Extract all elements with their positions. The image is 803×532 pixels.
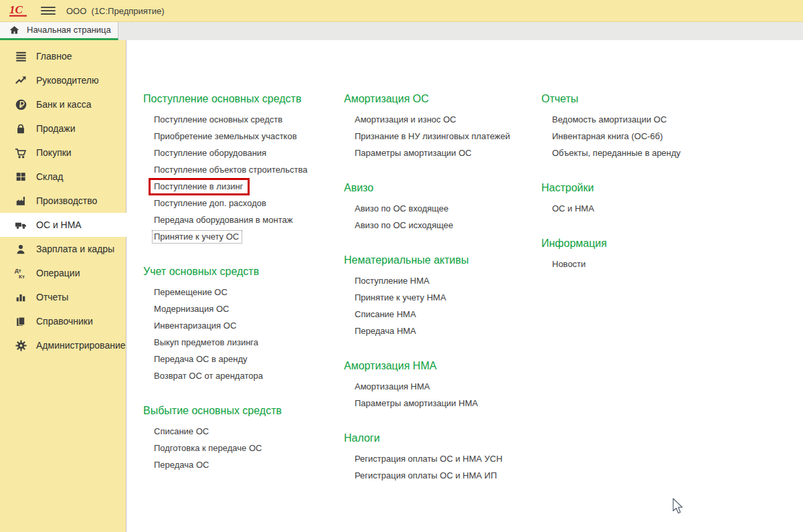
sidebar-item-label: Справочники: [36, 316, 93, 327]
menu-link[interactable]: Амортизация и износ ОС: [344, 111, 541, 128]
menu-link[interactable]: Инвентарная книга (ОС-6б): [541, 128, 742, 145]
section-title: Нематериальные активы: [344, 254, 541, 267]
barchart-icon: [13, 290, 28, 304]
menu-link[interactable]: Передача ОС в аренду: [143, 351, 344, 367]
menu-link-label: Поступление в лизинг: [149, 178, 250, 195]
menu-link[interactable]: Новости: [541, 256, 742, 272]
menu-link[interactable]: Передача ОС: [143, 456, 344, 473]
menu-link-label: Амортизация НМА: [355, 381, 430, 391]
home-icon: [9, 25, 20, 35]
section-title: Авизо: [344, 181, 541, 195]
truck-icon: [13, 218, 28, 232]
menu-link[interactable]: Параметры амортизации НМА: [344, 395, 541, 412]
sidebar-item-os-i-nma[interactable]: ОС и НМА: [0, 213, 126, 237]
section-title: Настройки: [541, 181, 742, 195]
person-icon: [13, 242, 28, 256]
menu-link-label: Возврат ОС от арендатора: [154, 371, 263, 381]
tab-home-page[interactable]: Начальная страница: [0, 21, 118, 40]
menu-link-label: Списание НМА: [355, 309, 416, 319]
tab-label: Начальная страница: [27, 25, 111, 35]
command-group: Нематериальные активыПоступление НМАПрин…: [344, 254, 541, 339]
sidebar-item-label: ОС и НМА: [36, 219, 82, 230]
menu-link[interactable]: Возврат ОС от арендатора: [143, 367, 344, 384]
section-title: Амортизация НМА: [344, 359, 541, 373]
menu-link-label: ОС и НМА: [552, 203, 594, 213]
section-title: Выбытие основных средств: [143, 404, 344, 418]
menu-link[interactable]: Поступление объектов строительства: [143, 161, 344, 178]
menu-link[interactable]: ОС и НМА: [541, 200, 742, 217]
sidebar-item-glavnoe[interactable]: Главное: [0, 44, 126, 68]
menu-link[interactable]: Перемещение ОС: [143, 284, 344, 300]
sidebar-item-rukovoditelyu[interactable]: Руководителю: [0, 68, 126, 92]
menu-link[interactable]: Передача НМА: [344, 323, 541, 339]
sidebar-item-bank-i-kassa[interactable]: Банк и касса: [0, 92, 126, 116]
sidebar-item-sklad[interactable]: Склад: [0, 165, 126, 189]
link-column-2: Амортизация ОСАмортизация и износ ОСПриз…: [344, 92, 541, 504]
menu-link-label: Объекты, переданные в аренду: [552, 148, 681, 158]
menu-link[interactable]: Поступление основных средств: [143, 111, 344, 128]
sidebar-item-operacii[interactable]: ДтКтОперации: [0, 261, 126, 285]
menu-link-label: Инвентарная книга (ОС-6б): [552, 131, 663, 141]
menu-link-label: Амортизация и износ ОС: [355, 114, 456, 124]
sidebar-item-label: Производство: [36, 195, 97, 206]
menu-link[interactable]: Списание ОС: [143, 423, 344, 440]
command-group: Поступление основных средствПоступление …: [143, 92, 344, 245]
menu-link[interactable]: Поступление оборудования: [143, 145, 344, 161]
menu-link[interactable]: Подготовка к передаче ОС: [143, 440, 344, 456]
tab-bar: Начальная страница: [0, 21, 803, 40]
menu-link-label: Поступление объектов строительства: [154, 165, 307, 175]
menu-link-highlighted[interactable]: Поступление в лизинг: [143, 178, 344, 195]
menu-link[interactable]: Объекты, переданные в аренду: [541, 145, 742, 161]
menu-link[interactable]: Регистрация оплаты ОС и НМА ИП: [344, 467, 541, 484]
sidebar-item-otchety[interactable]: Отчеты: [0, 285, 126, 309]
menu-link-label: Параметры амортизации НМА: [355, 398, 478, 408]
menu-link[interactable]: Передача оборудования в монтаж: [143, 211, 344, 228]
sidebar-item-label: Главное: [36, 51, 72, 62]
menu-link-label: Авизо по ОС исходящее: [355, 220, 453, 230]
menu-link[interactable]: Параметры амортизации ОС: [344, 145, 541, 161]
menu-link-label: Передача НМА: [355, 326, 416, 336]
command-group: АвизоАвизо по ОС входящееАвизо по ОС исх…: [344, 181, 541, 234]
sidebar-item-prodazhi[interactable]: Продажи: [0, 116, 126, 141]
menu-link-label: Поступление оборудования: [154, 148, 266, 158]
sidebar-item-pokupki[interactable]: Покупки: [0, 141, 126, 165]
menu-link[interactable]: Приобретение земельных участков: [143, 128, 344, 145]
menu-link[interactable]: Поступление доп. расходов: [143, 195, 344, 211]
menu-link[interactable]: Регистрация оплаты ОС и НМА УСН: [344, 450, 541, 467]
menu-link[interactable]: Списание НМА: [344, 306, 541, 323]
main-menu-button[interactable]: [41, 5, 56, 17]
sidebar-item-label: Продажи: [36, 123, 75, 134]
command-group: НалогиРегистрация оплаты ОС и НМА УСНРег…: [344, 432, 541, 484]
sidebar-item-label: Операции: [36, 268, 80, 278]
section-title: Налоги: [344, 432, 541, 445]
sidebar: ГлавноеРуководителюБанк и кассаПродажиПо…: [0, 40, 126, 532]
section-title: Учет основных средств: [143, 265, 344, 278]
menu-link-label: Передача ОС: [154, 460, 209, 470]
sidebar-item-label: Склад: [36, 171, 64, 182]
menu-link[interactable]: Инвентаризация ОС: [143, 317, 344, 334]
sidebar-item-label: Администрирование: [36, 340, 126, 351]
bag-icon: [13, 122, 28, 135]
menu-link[interactable]: Принятие к учету НМА: [344, 289, 541, 306]
trend-icon: [13, 74, 28, 87]
menu-link[interactable]: Авизо по ОС входящее: [344, 200, 541, 217]
sidebar-item-zarplata-i-kadry[interactable]: Зарплата и кадры: [0, 237, 126, 261]
menu-link-focused[interactable]: Принятие к учету ОС: [143, 228, 344, 245]
menu-link-label: Параметры амортизации ОС: [355, 148, 472, 158]
menu-link[interactable]: Выкуп предметов лизинга: [143, 334, 344, 351]
menu-link[interactable]: Амортизация НМА: [344, 378, 541, 395]
sidebar-item-label: Руководителю: [36, 75, 98, 86]
menu-link[interactable]: Модернизация ОС: [143, 300, 344, 317]
menu-link[interactable]: Признание в НУ лизинговых платежей: [344, 128, 541, 145]
dtkt-icon: ДтКт: [13, 266, 28, 280]
sidebar-item-proizvodstvo[interactable]: Производство: [0, 189, 126, 213]
sidebar-item-spravochniki[interactable]: Справочники: [0, 309, 126, 333]
menu-link[interactable]: Ведомость амортизации ОС: [541, 111, 742, 128]
sidebar-item-label: Отчеты: [36, 292, 68, 302]
menu-link[interactable]: Авизо по ОС исходящее: [344, 217, 541, 234]
menu-link[interactable]: Поступление НМА: [344, 272, 541, 289]
sidebar-item-administrirovanie[interactable]: Администрирование: [0, 333, 126, 357]
command-group: Амортизация НМААмортизация НМАПараметры …: [344, 359, 541, 412]
sidebar-item-label: Банк и касса: [36, 99, 91, 110]
menu-lines-icon: [13, 50, 28, 63]
